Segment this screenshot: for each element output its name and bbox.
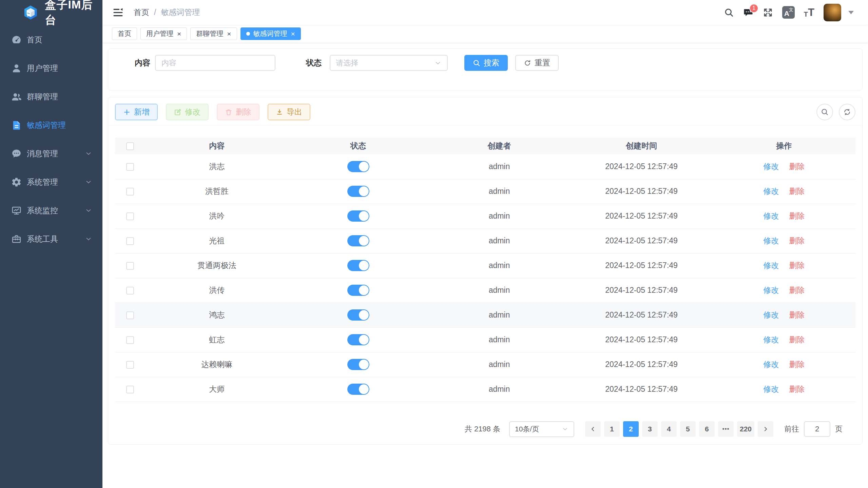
sidebar-item-sensitive-words[interactable]: 敏感词管理 xyxy=(0,111,102,139)
tab-user-management[interactable]: 用户管理 × xyxy=(140,27,187,40)
export-button[interactable]: 导出 xyxy=(268,104,310,120)
status-toggle[interactable] xyxy=(347,359,369,370)
app-logo[interactable]: 盒子IM后台 xyxy=(0,0,102,25)
row-edit-link[interactable]: 修改 xyxy=(763,162,779,171)
row-edit-link[interactable]: 修改 xyxy=(763,335,779,344)
status-toggle[interactable] xyxy=(347,161,369,172)
row-delete-link[interactable]: 删除 xyxy=(789,162,805,171)
sidebar-item-home[interactable]: 首页 xyxy=(0,25,102,54)
content-input[interactable] xyxy=(155,55,275,71)
close-icon[interactable]: × xyxy=(227,30,231,37)
sidebar-item-user-management[interactable]: 用户管理 xyxy=(0,54,102,82)
sidebar-item-system-management[interactable]: 系统管理 xyxy=(0,168,102,196)
sidebar-item-system-tools[interactable]: 系统工具 xyxy=(0,225,102,253)
row-edit-link[interactable]: 修改 xyxy=(763,261,779,270)
add-button[interactable]: 新增 xyxy=(115,104,158,120)
table-row[interactable]: 光祖 admin 2024-12-05 12:57:49 修改 删除 xyxy=(115,228,855,253)
page-button-4[interactable]: 4 xyxy=(661,421,677,437)
row-edit-link[interactable]: 修改 xyxy=(763,310,779,319)
table-row[interactable]: 大师 admin 2024-12-05 12:57:49 修改 删除 xyxy=(115,377,855,402)
refresh-table-button[interactable] xyxy=(839,104,855,120)
page-button-6[interactable]: 6 xyxy=(699,421,715,437)
page-button-5[interactable]: 5 xyxy=(680,421,696,437)
row-edit-link[interactable]: 修改 xyxy=(763,360,779,369)
sidebar-item-group-management[interactable]: 群聊管理 xyxy=(0,82,102,111)
row-edit-link[interactable]: 修改 xyxy=(763,385,779,393)
table-row[interactable]: 贯通两极法 admin 2024-12-05 12:57:49 修改 删除 xyxy=(115,253,855,278)
row-delete-link[interactable]: 删除 xyxy=(789,310,805,319)
row-delete-link[interactable]: 删除 xyxy=(789,261,805,270)
fullscreen-button[interactable] xyxy=(763,7,773,18)
row-checkbox[interactable] xyxy=(126,287,134,294)
next-page-button[interactable] xyxy=(758,421,773,437)
table-row[interactable]: 洪志 admin 2024-12-05 12:57:49 修改 删除 xyxy=(115,154,855,179)
row-delete-link[interactable]: 删除 xyxy=(789,286,805,294)
row-checkbox[interactable] xyxy=(126,361,134,369)
page-button-2-active[interactable]: 2 xyxy=(623,421,639,437)
edit-button[interactable]: 修改 xyxy=(166,104,209,120)
breadcrumb-home[interactable]: 首页 xyxy=(134,7,149,18)
reset-button[interactable]: 重置 xyxy=(515,55,559,71)
toggle-search-button[interactable] xyxy=(816,104,833,120)
search-button[interactable]: 搜索 xyxy=(464,55,508,71)
status-toggle[interactable] xyxy=(347,334,369,345)
table-row[interactable]: 洪传 admin 2024-12-05 12:57:49 修改 删除 xyxy=(115,278,855,303)
row-checkbox[interactable] xyxy=(126,237,134,245)
row-edit-link[interactable]: 修改 xyxy=(763,187,779,196)
user-avatar[interactable] xyxy=(824,4,841,21)
table-row[interactable]: 鸿志 admin 2024-12-05 12:57:49 修改 删除 xyxy=(115,303,855,327)
status-toggle[interactable] xyxy=(347,235,369,246)
row-checkbox[interactable] xyxy=(126,336,134,344)
tab-sensitive-words[interactable]: 敏感词管理 × xyxy=(240,27,301,40)
status-toggle[interactable] xyxy=(347,384,369,395)
row-checkbox[interactable] xyxy=(126,262,134,270)
row-edit-link[interactable]: 修改 xyxy=(763,211,779,220)
row-delete-link[interactable]: 删除 xyxy=(789,187,805,196)
page-button-last[interactable]: 220 xyxy=(737,421,754,437)
prev-page-button[interactable] xyxy=(585,421,601,437)
header-message-button[interactable]: 1 xyxy=(743,7,754,18)
user-menu-caret-icon[interactable] xyxy=(848,11,854,14)
tab-home[interactable]: 首页 xyxy=(112,27,137,40)
status-toggle[interactable] xyxy=(347,260,369,271)
sidebar-fold-button[interactable] xyxy=(112,6,124,19)
sidebar-item-message-management[interactable]: 消息管理 xyxy=(0,139,102,168)
table-row[interactable]: 达赖喇嘛 admin 2024-12-05 12:57:49 修改 删除 xyxy=(115,352,855,377)
row-created-time: 2024-12-05 12:57:49 xyxy=(571,228,713,253)
status-toggle[interactable] xyxy=(347,309,369,321)
page-button-1[interactable]: 1 xyxy=(604,421,620,437)
row-checkbox[interactable] xyxy=(126,386,134,393)
row-delete-link[interactable]: 删除 xyxy=(789,385,805,393)
more-pages-button[interactable]: ••• xyxy=(718,421,734,437)
row-creator: admin xyxy=(428,327,570,352)
language-button[interactable]: A 文 xyxy=(782,6,795,19)
select-all-checkbox[interactable] xyxy=(126,142,134,150)
row-checkbox[interactable] xyxy=(126,212,134,220)
table-row[interactable]: 洪吟 admin 2024-12-05 12:57:49 修改 删除 xyxy=(115,204,855,228)
tab-group-management[interactable]: 群聊管理 × xyxy=(190,27,237,40)
sidebar-item-system-monitor[interactable]: 系统监控 xyxy=(0,196,102,225)
status-toggle[interactable] xyxy=(347,285,369,296)
table-row[interactable]: 洪哲胜 admin 2024-12-05 12:57:49 修改 删除 xyxy=(115,179,855,204)
row-delete-link[interactable]: 删除 xyxy=(789,360,805,369)
status-select[interactable]: 请选择 xyxy=(330,55,448,71)
status-toggle[interactable] xyxy=(347,186,369,197)
close-icon[interactable]: × xyxy=(291,30,295,37)
table-row[interactable]: 虹志 admin 2024-12-05 12:57:49 修改 删除 xyxy=(115,327,855,352)
row-checkbox[interactable] xyxy=(126,311,134,319)
goto-page-input[interactable] xyxy=(804,421,830,437)
page-size-select[interactable]: 10条/页 xyxy=(509,421,574,437)
row-checkbox[interactable] xyxy=(126,163,134,171)
row-edit-link[interactable]: 修改 xyxy=(763,286,779,294)
close-icon[interactable]: × xyxy=(177,30,181,37)
status-toggle[interactable] xyxy=(347,210,369,222)
row-delete-link[interactable]: 删除 xyxy=(789,211,805,220)
row-checkbox[interactable] xyxy=(126,188,134,196)
delete-button[interactable]: 删除 xyxy=(217,104,259,120)
page-button-3[interactable]: 3 xyxy=(642,421,658,437)
row-delete-link[interactable]: 删除 xyxy=(789,236,805,245)
header-search-button[interactable] xyxy=(724,8,734,17)
font-size-button[interactable]: T T xyxy=(804,7,814,18)
row-edit-link[interactable]: 修改 xyxy=(763,236,779,245)
row-delete-link[interactable]: 删除 xyxy=(789,335,805,344)
